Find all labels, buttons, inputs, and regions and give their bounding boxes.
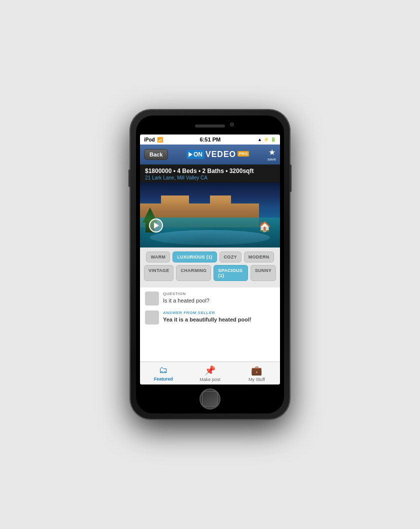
featured-icon: 🗂 (159, 365, 168, 376)
location-icon: ▲ (258, 137, 262, 142)
question-item: QUESTION Is it a heated pool? (145, 292, 275, 306)
my-stuff-icon: 💼 (251, 365, 262, 376)
tag-warm[interactable]: WARM (146, 252, 170, 262)
logo-container: ON VEDEO PRO (171, 150, 264, 159)
answer-content: ANSWER FROM SELLER Yea it is a beautiful… (163, 310, 252, 324)
tag-luxurious[interactable]: LUXURIOUS (1) (172, 252, 216, 262)
wifi-icon: 📶 (157, 137, 163, 142)
tags-row-1: WARM LUXURIOUS (1) COZY MODERN (144, 252, 276, 262)
home-button-square (202, 391, 218, 407)
phone-screen-container: iPod 📶 6:51 PM ▲ ⚡ 🔋 Back ON (136, 116, 284, 414)
property-price: $1800000 • 4 Beds • 2 Baths • 3200sqft (145, 168, 275, 174)
status-bar: iPod 📶 6:51 PM ▲ ⚡ 🔋 (140, 134, 280, 144)
logo-on-part: ON (186, 150, 204, 159)
logo-pro-badge: PRO (238, 151, 249, 156)
star-icon: ★ (268, 148, 276, 157)
speaker-grill (195, 124, 225, 128)
status-time: 6:51 PM (200, 136, 221, 142)
property-image[interactable]: 🏠 (140, 182, 280, 248)
tags-section: WARM LUXURIOUS (1) COZY MODERN VINTAGE C… (140, 248, 280, 288)
tab-bar: 🗂 Featured 📌 Make post 💼 My Stuff (140, 362, 280, 384)
app-screen: iPod 📶 6:51 PM ▲ ⚡ 🔋 Back ON (140, 134, 280, 384)
device-name: iPod (144, 137, 155, 142)
make-post-label: Make post (200, 377, 220, 382)
logo-on-text: ON (194, 151, 202, 158)
answer-label: ANSWER FROM SELLER (163, 310, 252, 315)
tag-vintage[interactable]: VINTAGE (144, 265, 174, 281)
question-content: QUESTION Is it a heated pool? (163, 292, 210, 304)
status-left: iPod 📶 (144, 137, 163, 142)
bluetooth-icon: ⚡ (264, 137, 269, 142)
volume-button (128, 170, 130, 187)
tag-sunny[interactable]: SUNNY (250, 265, 276, 281)
make-post-icon: 📌 (204, 365, 216, 376)
answer-text: Yea it is a beautifully heated pool! (163, 316, 252, 324)
question-label: QUESTION (163, 292, 210, 296)
save-button[interactable]: ★ save (268, 148, 276, 162)
power-button (290, 164, 292, 192)
logo-vedeo-text: VEDEO (206, 150, 236, 159)
garage-icon: 🏠 (258, 220, 271, 232)
home-button[interactable] (200, 388, 220, 410)
my-stuff-label: My Stuff (248, 377, 265, 382)
app-logo: ON VEDEO PRO (186, 150, 249, 159)
phone-device: iPod 📶 6:51 PM ▲ ⚡ 🔋 Back ON (130, 110, 290, 420)
navigation-bar: Back ON VEDEO PRO ★ save (140, 144, 280, 164)
tag-modern[interactable]: MODERN (244, 252, 274, 262)
status-right: ▲ ⚡ 🔋 (258, 137, 276, 142)
logo-play-icon (188, 152, 192, 157)
pool-reflection (150, 230, 270, 245)
tag-charming[interactable]: CHARMING (176, 265, 211, 281)
front-camera (230, 122, 234, 126)
tags-row-2: VINTAGE CHARMING SPACIOUS (1) SUNNY (144, 265, 276, 281)
tab-featured[interactable]: 🗂 Featured (140, 365, 186, 382)
tag-spacious[interactable]: SPACIOUS (1) (214, 265, 248, 281)
featured-label: Featured (154, 376, 173, 382)
answer-avatar (145, 310, 159, 324)
video-play-button[interactable] (149, 218, 163, 232)
tag-cozy[interactable]: COZY (220, 252, 242, 262)
answer-item: ANSWER FROM SELLER Yea it is a beautiful… (145, 310, 275, 324)
property-info-bar: $1800000 • 4 Beds • 2 Baths • 3200sqft 2… (140, 164, 280, 182)
play-triangle-icon (154, 222, 159, 228)
save-label: save (268, 157, 276, 162)
question-text: Is it a heated pool? (163, 297, 210, 304)
qa-section: QUESTION Is it a heated pool? ANSWER FRO… (140, 288, 280, 362)
back-button[interactable]: Back (144, 149, 168, 160)
battery-icon: 🔋 (270, 137, 276, 142)
property-address: 21 Lark Lane, Mill Valley CA (145, 175, 275, 180)
tab-make-post[interactable]: 📌 Make post (186, 365, 233, 382)
tab-my-stuff[interactable]: 💼 My Stuff (234, 365, 280, 382)
question-avatar (145, 292, 159, 306)
